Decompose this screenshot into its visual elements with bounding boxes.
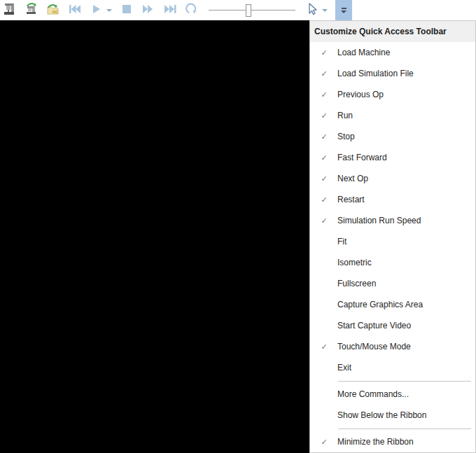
- fast-forward-icon: [142, 4, 155, 17]
- menu-item-fullscreen[interactable]: Fullscreen: [310, 273, 475, 294]
- load-simulation-file-button[interactable]: NC: [45, 1, 62, 20]
- run-icon: [91, 4, 102, 17]
- menu-item-simulation-run-speed[interactable]: ✓Simulation Run Speed: [310, 210, 475, 231]
- menu-item-label: Restart: [337, 195, 365, 204]
- menu-item-label: Capture Graphics Area: [337, 300, 423, 309]
- run-dropdown-icon: [106, 9, 112, 12]
- stop-icon: [122, 4, 132, 16]
- qat-menu-items: ✓Load Machine✓Load Simulation File✓Previ…: [310, 42, 475, 452]
- check-icon: ✓: [316, 153, 332, 162]
- speed-slider-track: [209, 10, 295, 11]
- previous-op-icon: [69, 4, 81, 17]
- menu-item-label: More Commands...: [337, 389, 409, 399]
- next-op-icon: [164, 4, 177, 17]
- load-machine-icon: [24, 2, 38, 18]
- cursor-mode-button[interactable]: [304, 1, 321, 20]
- menu-item-previous-op[interactable]: ✓Previous Op: [310, 84, 475, 105]
- menu-item-show-below-the-ribbon[interactable]: Show Below the Ribbon: [310, 405, 475, 426]
- cursor-dropdown-icon: [322, 9, 328, 12]
- menu-item-label: Next Op: [337, 174, 368, 183]
- check-icon: ✓: [316, 216, 332, 225]
- menu-item-load-machine[interactable]: ✓Load Machine: [310, 42, 475, 63]
- menu-item-label: Minimize the Ribbon: [337, 437, 414, 447]
- machine-icon: [3, 2, 17, 18]
- menu-item-run[interactable]: ✓Run: [310, 105, 475, 126]
- customize-qat-button[interactable]: [335, 0, 352, 20]
- check-icon: ✓: [316, 132, 332, 141]
- menu-item-minimize-the-ribbon[interactable]: ✓Minimize the Ribbon: [310, 431, 475, 452]
- check-icon: ✓: [316, 48, 332, 57]
- menu-item-capture-graphics-area[interactable]: Capture Graphics Area: [310, 294, 475, 315]
- menu-item-label: Touch/Mouse Mode: [337, 342, 411, 351]
- cursor-icon: [306, 2, 318, 18]
- previous-op-button[interactable]: [66, 1, 83, 20]
- menu-separator: [310, 426, 475, 431]
- menu-item-label: Start Capture Video: [337, 321, 411, 330]
- menu-item-load-simulation-file[interactable]: ✓Load Simulation File: [310, 63, 475, 84]
- restart-icon: [185, 2, 199, 18]
- menu-item-more-commands[interactable]: More Commands...: [310, 384, 475, 405]
- menu-item-fit[interactable]: Fit: [310, 231, 475, 252]
- menu-item-start-capture-video[interactable]: Start Capture Video: [310, 315, 475, 336]
- graphics-area[interactable]: [0, 20, 309, 453]
- menu-item-exit[interactable]: Exit: [310, 357, 475, 378]
- menu-item-label: Run: [337, 111, 353, 120]
- cursor-mode-dropdown-button[interactable]: [321, 1, 329, 20]
- menu-item-label: Isometric: [337, 258, 372, 267]
- menu-item-isometric[interactable]: Isometric: [310, 252, 475, 273]
- menu-item-restart[interactable]: ✓Restart: [310, 189, 475, 210]
- check-icon: ✓: [316, 90, 332, 99]
- next-op-button[interactable]: [162, 1, 178, 20]
- menu-item-touch-mouse-mode[interactable]: ✓Touch/Mouse Mode: [310, 336, 475, 357]
- menu-item-fast-forward[interactable]: ✓Fast Forward: [310, 147, 475, 168]
- speed-slider[interactable]: [209, 4, 295, 18]
- nc-label: NC: [52, 10, 59, 14]
- customize-qat-menu: Customize Quick Access Toolbar ✓Load Mac…: [309, 20, 476, 453]
- menu-item-next-op[interactable]: ✓Next Op: [310, 168, 475, 189]
- restart-button[interactable]: [183, 1, 200, 20]
- run-dropdown-button[interactable]: [105, 1, 113, 20]
- customize-qat-icon: [342, 8, 346, 9]
- quick-access-toolbar: NC: [0, 0, 476, 20]
- menu-item-label: Simulation Run Speed: [337, 216, 421, 225]
- stop-button[interactable]: [118, 1, 135, 20]
- menu-item-label: Load Simulation File: [337, 69, 414, 78]
- menu-item-label: Fast Forward: [337, 153, 387, 162]
- check-icon: ✓: [316, 69, 332, 78]
- check-icon: ✓: [316, 111, 332, 120]
- menu-item-label: Stop: [337, 132, 355, 141]
- check-icon: ✓: [316, 342, 332, 351]
- menu-item-label: Exit: [337, 363, 351, 372]
- menu-item-label: Fullscreen: [337, 279, 376, 288]
- speed-slider-thumb[interactable]: [246, 4, 251, 17]
- fast-forward-button[interactable]: [140, 1, 157, 20]
- load-machine-button[interactable]: [23, 1, 40, 20]
- check-icon: ✓: [316, 438, 332, 447]
- menu-item-stop[interactable]: ✓Stop: [310, 126, 475, 147]
- check-icon: ✓: [316, 174, 332, 183]
- machine-button[interactable]: [1, 1, 18, 20]
- check-icon: ✓: [316, 195, 332, 204]
- menu-item-label: Show Below the Ribbon: [337, 410, 426, 420]
- menu-item-label: Previous Op: [337, 90, 384, 99]
- menu-header: Customize Quick Access Toolbar: [310, 21, 475, 42]
- menu-item-label: Load Machine: [337, 48, 390, 57]
- run-button[interactable]: [88, 1, 105, 20]
- load-simulation-file-icon: NC: [46, 2, 60, 18]
- menu-item-label: Fit: [337, 237, 346, 246]
- menu-separator: [310, 378, 475, 384]
